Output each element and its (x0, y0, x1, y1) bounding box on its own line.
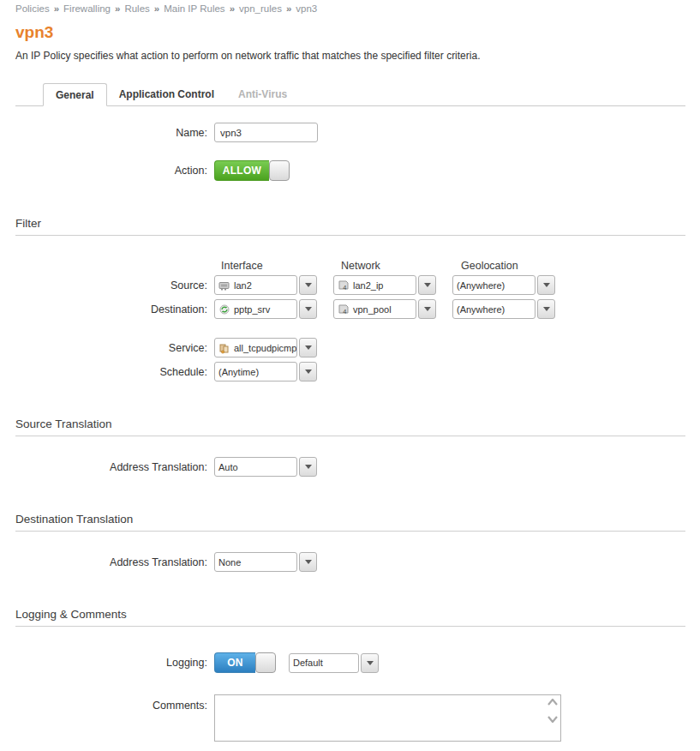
log-profile-value: Default (293, 658, 323, 668)
scroll-up-icon[interactable] (547, 699, 558, 706)
source-address-translation-label: Address Translation: (15, 461, 214, 473)
schedule-field[interactable]: (Anytime) (214, 362, 297, 382)
service-dropdown-button[interactable] (299, 338, 317, 357)
breadcrumb-firewalling[interactable]: Firewalling (63, 3, 111, 14)
ip4-address-icon: 4 (338, 303, 350, 315)
scroll-down-icon[interactable] (547, 716, 558, 723)
tab-anti-virus[interactable]: Anti-Virus (226, 83, 299, 105)
comments-row: Comments: (15, 694, 685, 742)
source-translation-heading: Source Translation (15, 418, 685, 436)
destination-geolocation-dropdown-button[interactable] (537, 299, 555, 319)
log-profile-field[interactable]: Default (289, 653, 359, 673)
destination-network-dropdown[interactable]: 4 vpn_pool (333, 299, 436, 319)
schedule-dropdown[interactable]: (Anytime) (214, 362, 317, 382)
destination-translation-heading: Destination Translation (15, 513, 685, 532)
source-address-translation-dropdown-button[interactable] (299, 457, 317, 477)
breadcrumb-separator: » (286, 3, 291, 14)
breadcrumb-rules[interactable]: Rules (124, 3, 149, 14)
comments-textarea[interactable] (215, 695, 545, 741)
service-dropdown[interactable]: all_tcpudpicmp (214, 338, 317, 357)
chevron-down-icon (543, 283, 550, 287)
chevron-down-icon (367, 661, 374, 665)
column-header-interface: Interface (221, 260, 341, 272)
ip4-address-icon: 4 (338, 279, 350, 291)
logging-comments-heading: Logging & Comments (15, 608, 685, 627)
comments-scrollbar[interactable] (545, 695, 560, 741)
breadcrumb-main-ip-rules[interactable]: Main IP Rules (164, 3, 224, 14)
source-geolocation-value: (Anywhere) (457, 280, 505, 291)
schedule-label: Schedule: (15, 366, 214, 378)
name-input[interactable] (214, 123, 318, 142)
interface-icon (218, 279, 230, 291)
source-interface-field[interactable]: lan2 (214, 275, 297, 295)
logging-toggle[interactable]: ON (214, 652, 276, 673)
destination-network-field[interactable]: 4 vpn_pool (333, 299, 416, 319)
breadcrumb-vpn3[interactable]: vpn3 (296, 3, 317, 14)
destination-address-translation-field[interactable]: None (214, 552, 297, 572)
source-geolocation-dropdown-button[interactable] (537, 275, 555, 295)
log-profile-dropdown-button[interactable] (361, 653, 379, 673)
chevron-down-icon (424, 283, 431, 287)
breadcrumb-vpn-rules[interactable]: vpn_rules (239, 3, 282, 14)
filter-section-heading: Filter (15, 217, 685, 236)
column-header-geolocation: Geolocation (461, 260, 581, 272)
destination-address-translation-dropdown[interactable]: None (214, 552, 317, 572)
destination-network-value: vpn_pool (353, 304, 392, 315)
chevron-down-icon (305, 560, 312, 564)
destination-address-translation-row: Address Translation: None (15, 552, 685, 572)
filter-column-headers: Interface Network Geolocation (221, 260, 685, 272)
log-profile-dropdown[interactable]: Default (289, 653, 379, 673)
page-description: An IP Policy specifies what action to pe… (15, 50, 685, 62)
source-network-field[interactable]: 4 lan2_ip (333, 275, 416, 295)
source-interface-value: lan2 (234, 280, 252, 291)
source-network-dropdown[interactable]: 4 lan2_ip (333, 275, 436, 295)
destination-geolocation-dropdown[interactable]: (Anywhere) (452, 299, 555, 319)
service-endpoint-icon (218, 303, 230, 315)
source-label: Source: (15, 279, 214, 291)
source-interface-dropdown[interactable]: lan2 (214, 275, 317, 295)
breadcrumb: Policies»Firewalling»Rules»Main IP Rules… (15, 3, 685, 14)
source-row: Source: lan2 4 lan2_ip (Anywhere) (15, 275, 685, 295)
destination-geolocation-value: (Anywhere) (457, 304, 505, 315)
logging-row: Logging: ON Default (15, 652, 685, 673)
breadcrumb-separator: » (154, 3, 159, 14)
source-network-dropdown-button[interactable] (418, 275, 436, 295)
action-label: Action: (15, 165, 214, 177)
chevron-down-icon (305, 369, 312, 374)
breadcrumb-separator: » (230, 3, 235, 14)
source-address-translation-row: Address Translation: Auto (15, 457, 685, 477)
service-field[interactable]: all_tcpudpicmp (214, 338, 297, 357)
page-title: vpn3 (15, 23, 685, 42)
destination-interface-dropdown-button[interactable] (299, 299, 317, 319)
source-geolocation-field[interactable]: (Anywhere) (452, 275, 535, 295)
chevron-down-icon (305, 283, 312, 287)
service-label: Service: (15, 342, 214, 354)
name-row: Name: (15, 123, 685, 142)
action-toggle[interactable]: ALLOW (214, 160, 290, 181)
tab-application-control[interactable]: Application Control (107, 83, 226, 105)
chevron-down-icon (543, 307, 550, 311)
chevron-down-icon (424, 307, 431, 311)
destination-interface-field[interactable]: pptp_srv (214, 299, 297, 319)
schedule-dropdown-button[interactable] (299, 362, 317, 382)
tab-general[interactable]: General (43, 83, 107, 106)
destination-address-translation-dropdown-button[interactable] (299, 552, 317, 572)
chevron-down-icon (305, 465, 312, 469)
source-address-translation-field[interactable]: Auto (214, 457, 297, 477)
source-geolocation-dropdown[interactable]: (Anywhere) (452, 275, 555, 295)
destination-network-dropdown-button[interactable] (418, 299, 436, 319)
logging-toggle-knob[interactable] (255, 652, 276, 673)
breadcrumb-policies[interactable]: Policies (15, 3, 50, 14)
destination-interface-dropdown[interactable]: pptp_srv (214, 299, 317, 319)
action-toggle-knob[interactable] (269, 160, 290, 181)
service-object-icon (218, 342, 230, 354)
breadcrumb-separator: » (115, 3, 120, 14)
source-address-translation-dropdown[interactable]: Auto (214, 457, 317, 477)
source-interface-dropdown-button[interactable] (299, 275, 317, 295)
service-value: all_tcpudpicmp (234, 343, 296, 353)
source-network-value: lan2_ip (353, 280, 383, 291)
destination-geolocation-field[interactable]: (Anywhere) (452, 299, 535, 319)
svg-text:4: 4 (343, 308, 346, 315)
chevron-down-icon (305, 307, 312, 311)
source-address-translation-value: Auto (218, 462, 238, 472)
